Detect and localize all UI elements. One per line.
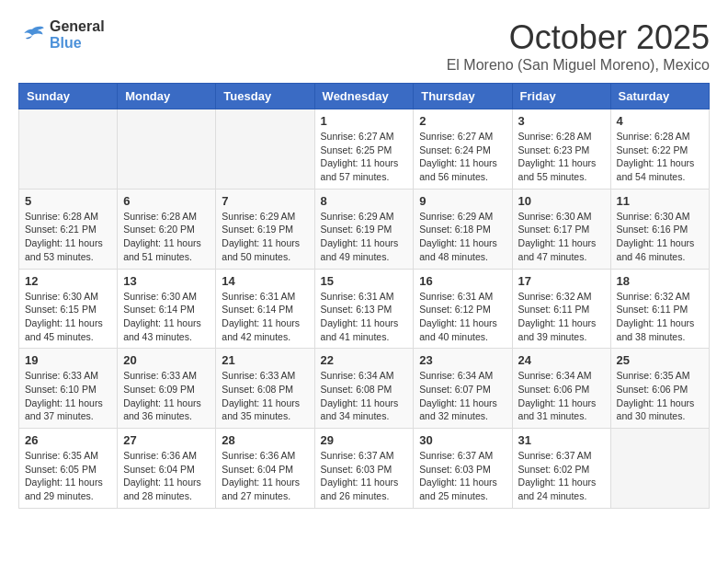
- day-number: 7: [222, 194, 308, 208]
- day-number: 6: [123, 194, 210, 208]
- day-info: Sunrise: 6:30 AM Sunset: 6:17 PM Dayligh…: [518, 210, 605, 264]
- month-title: October 2025: [447, 18, 710, 57]
- table-cell: 18Sunrise: 6:32 AM Sunset: 6:11 PM Dayli…: [610, 269, 709, 349]
- day-number: 17: [518, 274, 605, 288]
- table-cell: 20Sunrise: 6:33 AM Sunset: 6:09 PM Dayli…: [118, 349, 216, 429]
- day-info: Sunrise: 6:29 AM Sunset: 6:19 PM Dayligh…: [222, 210, 308, 264]
- page-header: General Blue October 2025 El Moreno (San…: [18, 18, 710, 74]
- day-number: 31: [518, 433, 605, 447]
- day-number: 25: [617, 353, 703, 367]
- table-cell: 25Sunrise: 6:35 AM Sunset: 6:06 PM Dayli…: [610, 349, 709, 429]
- day-number: 27: [123, 433, 210, 447]
- table-cell: 17Sunrise: 6:32 AM Sunset: 6:11 PM Dayli…: [512, 269, 610, 349]
- day-info: Sunrise: 6:34 AM Sunset: 6:07 PM Dayligh…: [419, 369, 506, 423]
- day-number: 1: [321, 114, 408, 128]
- day-number: 11: [617, 194, 703, 208]
- table-cell: 29Sunrise: 6:37 AM Sunset: 6:03 PM Dayli…: [314, 429, 414, 509]
- day-number: 15: [321, 274, 408, 288]
- day-info: Sunrise: 6:27 AM Sunset: 6:25 PM Dayligh…: [321, 130, 408, 184]
- day-info: Sunrise: 6:33 AM Sunset: 6:10 PM Dayligh…: [25, 369, 111, 423]
- table-cell: 16Sunrise: 6:31 AM Sunset: 6:12 PM Dayli…: [414, 269, 512, 349]
- day-info: Sunrise: 6:29 AM Sunset: 6:18 PM Dayligh…: [419, 210, 506, 264]
- table-cell: 19Sunrise: 6:33 AM Sunset: 6:10 PM Dayli…: [19, 349, 118, 429]
- table-cell: 21Sunrise: 6:33 AM Sunset: 6:08 PM Dayli…: [216, 349, 314, 429]
- calendar-header-row: Sunday Monday Tuesday Wednesday Thursday…: [19, 84, 710, 109]
- table-cell: 10Sunrise: 6:30 AM Sunset: 6:17 PM Dayli…: [512, 189, 610, 269]
- day-number: 20: [123, 353, 210, 367]
- logo-bird-icon: [18, 24, 46, 42]
- day-info: Sunrise: 6:29 AM Sunset: 6:19 PM Dayligh…: [321, 210, 408, 264]
- day-number: 14: [222, 274, 308, 288]
- table-cell: 8Sunrise: 6:29 AM Sunset: 6:19 PM Daylig…: [314, 189, 414, 269]
- table-cell: 26Sunrise: 6:35 AM Sunset: 6:05 PM Dayli…: [19, 429, 118, 509]
- logo-blue-text: Blue: [50, 35, 105, 52]
- day-number: 26: [25, 433, 111, 447]
- day-number: 24: [518, 353, 605, 367]
- day-info: Sunrise: 6:34 AM Sunset: 6:08 PM Dayligh…: [321, 369, 408, 423]
- day-info: Sunrise: 6:35 AM Sunset: 6:05 PM Dayligh…: [25, 449, 111, 503]
- col-friday: Friday: [512, 84, 610, 109]
- day-info: Sunrise: 6:28 AM Sunset: 6:20 PM Dayligh…: [123, 210, 210, 264]
- week-row-1: 1Sunrise: 6:27 AM Sunset: 6:25 PM Daylig…: [19, 109, 710, 190]
- day-info: Sunrise: 6:31 AM Sunset: 6:14 PM Dayligh…: [222, 290, 308, 344]
- day-info: Sunrise: 6:31 AM Sunset: 6:12 PM Dayligh…: [419, 290, 506, 344]
- day-number: 28: [222, 433, 308, 447]
- table-cell: 11Sunrise: 6:30 AM Sunset: 6:16 PM Dayli…: [610, 189, 709, 269]
- table-cell: 12Sunrise: 6:30 AM Sunset: 6:15 PM Dayli…: [19, 269, 118, 349]
- table-cell: [610, 429, 709, 509]
- day-number: 3: [518, 114, 605, 128]
- table-cell: 5Sunrise: 6:28 AM Sunset: 6:21 PM Daylig…: [19, 189, 118, 269]
- day-info: Sunrise: 6:27 AM Sunset: 6:24 PM Dayligh…: [419, 130, 506, 184]
- table-cell: 2Sunrise: 6:27 AM Sunset: 6:24 PM Daylig…: [414, 109, 512, 190]
- table-cell: 27Sunrise: 6:36 AM Sunset: 6:04 PM Dayli…: [118, 429, 216, 509]
- day-info: Sunrise: 6:30 AM Sunset: 6:14 PM Dayligh…: [123, 290, 210, 344]
- table-cell: 15Sunrise: 6:31 AM Sunset: 6:13 PM Dayli…: [314, 269, 414, 349]
- table-cell: 6Sunrise: 6:28 AM Sunset: 6:20 PM Daylig…: [118, 189, 216, 269]
- day-number: 13: [123, 274, 210, 288]
- col-thursday: Thursday: [414, 84, 512, 109]
- day-number: 2: [419, 114, 506, 128]
- day-info: Sunrise: 6:37 AM Sunset: 6:03 PM Dayligh…: [419, 449, 506, 503]
- day-number: 16: [419, 274, 506, 288]
- table-cell: 31Sunrise: 6:37 AM Sunset: 6:02 PM Dayli…: [512, 429, 610, 509]
- week-row-4: 19Sunrise: 6:33 AM Sunset: 6:10 PM Dayli…: [19, 349, 710, 429]
- table-cell: 13Sunrise: 6:30 AM Sunset: 6:14 PM Dayli…: [118, 269, 216, 349]
- table-cell: [216, 109, 314, 190]
- day-info: Sunrise: 6:30 AM Sunset: 6:16 PM Dayligh…: [617, 210, 703, 264]
- day-number: 21: [222, 353, 308, 367]
- day-number: 12: [25, 274, 111, 288]
- table-cell: 22Sunrise: 6:34 AM Sunset: 6:08 PM Dayli…: [314, 349, 414, 429]
- day-info: Sunrise: 6:30 AM Sunset: 6:15 PM Dayligh…: [25, 290, 111, 344]
- day-info: Sunrise: 6:28 AM Sunset: 6:21 PM Dayligh…: [25, 210, 111, 264]
- day-info: Sunrise: 6:32 AM Sunset: 6:11 PM Dayligh…: [617, 290, 703, 344]
- table-cell: 7Sunrise: 6:29 AM Sunset: 6:19 PM Daylig…: [216, 189, 314, 269]
- day-number: 8: [321, 194, 408, 208]
- day-info: Sunrise: 6:33 AM Sunset: 6:09 PM Dayligh…: [123, 369, 210, 423]
- table-cell: [19, 109, 118, 190]
- table-cell: 23Sunrise: 6:34 AM Sunset: 6:07 PM Dayli…: [414, 349, 512, 429]
- title-section: October 2025 El Moreno (San Miguel Moren…: [447, 18, 710, 74]
- table-cell: 1Sunrise: 6:27 AM Sunset: 6:25 PM Daylig…: [314, 109, 414, 190]
- day-info: Sunrise: 6:28 AM Sunset: 6:22 PM Dayligh…: [617, 130, 703, 184]
- day-number: 22: [321, 353, 408, 367]
- table-cell: 30Sunrise: 6:37 AM Sunset: 6:03 PM Dayli…: [414, 429, 512, 509]
- day-number: 5: [25, 194, 111, 208]
- table-cell: [118, 109, 216, 190]
- day-number: 18: [617, 274, 703, 288]
- day-number: 9: [419, 194, 506, 208]
- day-info: Sunrise: 6:35 AM Sunset: 6:06 PM Dayligh…: [617, 369, 703, 423]
- location-title: El Moreno (San Miguel Moreno), Mexico: [447, 57, 710, 74]
- logo-general-text: General: [50, 18, 105, 35]
- day-number: 4: [617, 114, 703, 128]
- day-number: 29: [321, 433, 408, 447]
- day-info: Sunrise: 6:37 AM Sunset: 6:03 PM Dayligh…: [321, 449, 408, 503]
- day-number: 10: [518, 194, 605, 208]
- day-number: 23: [419, 353, 506, 367]
- day-info: Sunrise: 6:28 AM Sunset: 6:23 PM Dayligh…: [518, 130, 605, 184]
- week-row-2: 5Sunrise: 6:28 AM Sunset: 6:21 PM Daylig…: [19, 189, 710, 269]
- col-tuesday: Tuesday: [216, 84, 314, 109]
- table-cell: 9Sunrise: 6:29 AM Sunset: 6:18 PM Daylig…: [414, 189, 512, 269]
- col-monday: Monday: [118, 84, 216, 109]
- col-wednesday: Wednesday: [314, 84, 414, 109]
- table-cell: 28Sunrise: 6:36 AM Sunset: 6:04 PM Dayli…: [216, 429, 314, 509]
